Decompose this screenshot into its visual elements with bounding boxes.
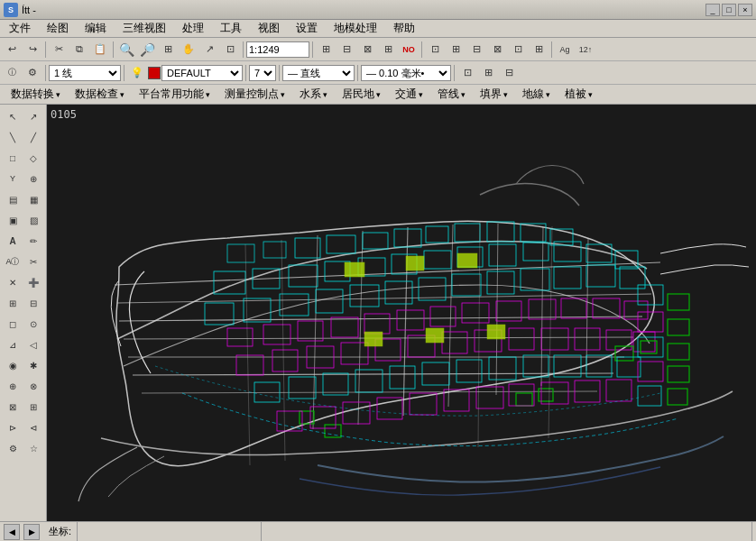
left-btn-square[interactable]: ◻ — [3, 314, 23, 334]
tb-zoom-all[interactable]: ⊡ — [220, 40, 240, 60]
status-coords — [81, 522, 262, 541]
tb-grid[interactable]: ⊞ — [316, 40, 336, 60]
left-btn-box-minus[interactable]: ⊟ — [23, 293, 43, 313]
canvas-area[interactable]: 0105 — [47, 105, 756, 521]
line-type-select[interactable]: — 直线 — [282, 65, 355, 81]
left-btn-star[interactable]: ☆ — [23, 438, 43, 458]
left-btn-grid2[interactable]: ▨ — [23, 210, 43, 230]
left-btn-grid1[interactable]: ▣ — [3, 210, 23, 230]
tb-extra6[interactable]: ⊞ — [529, 40, 549, 60]
left-btn-ai[interactable]: Aⓘ — [3, 252, 23, 271]
func-traffic[interactable]: 交通▾ — [388, 86, 430, 103]
menu-file[interactable]: 文件 — [2, 20, 38, 37]
tb2-color-red[interactable] — [148, 67, 161, 79]
left-btn-hatch2[interactable]: ▦ — [23, 189, 43, 209]
left-btn-scissors[interactable]: ✂ — [23, 252, 43, 271]
tb-grid4[interactable]: ⊞ — [378, 40, 398, 60]
func-platform[interactable]: 平台常用功能▾ — [132, 86, 217, 103]
left-btn-x[interactable]: ✕ — [3, 272, 23, 292]
left-btn-plus[interactable]: ➕ — [23, 272, 43, 292]
menu-draw[interactable]: 绘图 — [40, 20, 76, 37]
left-btn-asterisk[interactable]: ✱ — [23, 355, 43, 375]
tb-zoom-out[interactable]: 🔎 — [137, 40, 157, 60]
left-btn-circle[interactable]: ⊙ — [23, 314, 43, 334]
tb2-info[interactable]: ⓘ — [2, 63, 22, 83]
func-data-convert[interactable]: 数据转换▾ — [4, 86, 68, 103]
tb-copy[interactable]: ⧉ — [69, 40, 89, 60]
maximize-button[interactable]: □ — [722, 4, 736, 16]
tb-grid3[interactable]: ⊠ — [357, 40, 377, 60]
scale-input[interactable] — [246, 41, 309, 58]
menu-settings[interactable]: 设置 — [289, 20, 325, 37]
left-btn-cross[interactable]: ⊕ — [23, 169, 43, 188]
minimize-button[interactable]: _ — [705, 4, 720, 16]
tb-extra1[interactable]: ⊡ — [425, 40, 445, 60]
tb-extra3[interactable]: ⊟ — [466, 40, 486, 60]
tb2-snap[interactable]: ⊡ — [457, 63, 477, 83]
left-btn-arrow2[interactable]: ↗ — [23, 106, 43, 126]
left-btn-plus-circle[interactable]: ⊕ — [3, 376, 23, 396]
left-btn-right[interactable]: ⊳ — [3, 417, 23, 437]
left-btn-line[interactable]: ╲ — [3, 127, 23, 147]
close-button[interactable]: × — [738, 4, 752, 16]
tb2-snap2[interactable]: ⊞ — [478, 63, 498, 83]
left-btn-gear[interactable]: ⚙ — [3, 438, 23, 458]
left-btn-left-tri[interactable]: ◁ — [23, 335, 43, 354]
color-select[interactable]: DEFAULT — [161, 65, 243, 81]
tb-Ag[interactable]: Ag — [555, 40, 575, 60]
menu-edit[interactable]: 编辑 — [78, 20, 114, 37]
left-btn-left2[interactable]: ⊲ — [23, 417, 43, 437]
left-btn-x-circle[interactable]: ⊗ — [23, 376, 43, 396]
status-prev-btn[interactable]: ◀ — [4, 524, 20, 540]
func-water[interactable]: 水系▾ — [292, 86, 335, 103]
tb2-snap3[interactable]: ⊟ — [499, 63, 519, 83]
left-btn-curve[interactable]: ╱ — [23, 127, 43, 147]
menu-tools[interactable]: 工具 — [213, 20, 249, 37]
status-next-btn[interactable]: ▶ — [23, 524, 40, 540]
menu-view[interactable]: 视图 — [251, 20, 287, 37]
tb-cut[interactable]: ✂ — [49, 40, 69, 60]
menu-terrain[interactable]: 地模处理 — [327, 20, 384, 37]
left-btn-dot-circle[interactable]: ◉ — [3, 355, 23, 375]
layer-select[interactable]: 1 线 — [49, 65, 121, 81]
left-btn-box-x[interactable]: ⊠ — [3, 397, 23, 417]
line-num-select[interactable]: 7 — [249, 65, 276, 81]
left-btn-box-check[interactable]: ⊞ — [23, 397, 43, 417]
left-btn-rect[interactable]: □ — [3, 148, 23, 168]
func-residential[interactable]: 居民地▾ — [335, 86, 388, 103]
func-terrain-line[interactable]: 地線▾ — [515, 86, 558, 103]
tb-select[interactable]: ↗ — [199, 40, 219, 60]
left-btn-text[interactable]: A — [3, 231, 23, 251]
toolbar2: ⓘ ⚙ 1 线 💡 DEFAULT 7 — 直线 — 0.10 毫米• ⊡ ⊞ … — [0, 61, 756, 85]
tb-paste[interactable]: 📋 — [90, 40, 110, 60]
left-btn-box-plus[interactable]: ⊞ — [3, 293, 23, 313]
left-btn-tri[interactable]: ⊿ — [3, 335, 23, 354]
left-btn-hatch[interactable]: ▤ — [3, 189, 23, 209]
tb-extra4[interactable]: ⊠ — [487, 40, 507, 60]
menu-help[interactable]: 帮助 — [386, 20, 422, 37]
left-btn-y[interactable]: Y — [3, 169, 23, 188]
tb-extra2[interactable]: ⊞ — [446, 40, 466, 60]
tb2-settings[interactable]: ⚙ — [23, 63, 42, 83]
tb-pan[interactable]: ✋ — [179, 40, 198, 60]
func-pipeline[interactable]: 管线▾ — [430, 86, 473, 103]
left-btn-diamond[interactable]: ◇ — [23, 148, 43, 168]
tb-no[interactable]: NO — [399, 40, 419, 60]
menu-process[interactable]: 处理 — [175, 20, 211, 37]
tb-num[interactable]: 12↑ — [576, 40, 595, 60]
func-data-check[interactable]: 数据检查▾ — [68, 86, 132, 103]
func-boundary[interactable]: 填界▾ — [473, 86, 515, 103]
left-btn-pencil[interactable]: ✏ — [23, 231, 43, 251]
func-survey[interactable]: 测量控制点▾ — [217, 86, 292, 103]
menu-3dview[interactable]: 三维视图 — [115, 20, 173, 37]
tb-undo[interactable]: ↩ — [2, 40, 22, 60]
line-width-select[interactable]: — 0.10 毫米• — [361, 65, 451, 81]
func-vegetation[interactable]: 植被▾ — [558, 86, 600, 103]
left-btn-arrow[interactable]: ↖ — [3, 106, 23, 126]
tb-extra5[interactable]: ⊡ — [508, 40, 528, 60]
tb-zoom-window[interactable]: ⊞ — [158, 40, 178, 60]
tb-redo[interactable]: ↪ — [23, 40, 42, 60]
tb-zoom-in[interactable]: 🔍 — [116, 40, 136, 60]
tb-grid2[interactable]: ⊟ — [337, 40, 356, 60]
tb2-light[interactable]: 💡 — [127, 63, 147, 83]
